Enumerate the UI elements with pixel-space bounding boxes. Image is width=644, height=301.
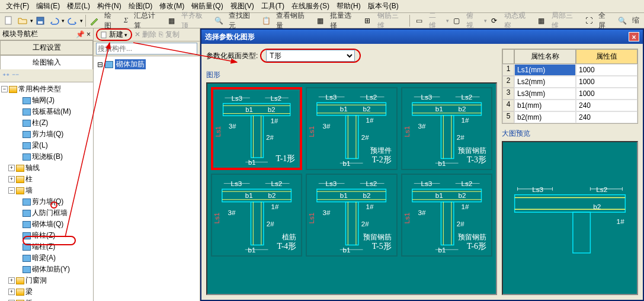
draw-icon[interactable] xyxy=(88,14,101,27)
flat-icon[interactable]: ▦ xyxy=(165,14,178,27)
property-table[interactable]: 属性名称 属性值 1Ls1(mm)10002Ls2(mm)10003Ls3(mm… xyxy=(502,49,638,124)
tree-root[interactable]: 常用构件类型 xyxy=(18,84,61,94)
tree-item[interactable]: 暗柱(Z) xyxy=(32,230,55,241)
bar3d-label[interactable]: 钢筋三维 xyxy=(375,11,408,31)
menu-rebar[interactable]: 钢筋量(Q) xyxy=(188,1,226,11)
shape-option-6[interactable]: Ls3Ls2 b1b2 1#2# 3# b1 Ls1 预留钢筋 T-6形 xyxy=(401,174,492,257)
menu-draw[interactable]: 绘图(D) xyxy=(125,1,156,11)
tree-item[interactable]: 梁(L) xyxy=(32,140,48,150)
prop-row[interactable]: 4b1(mm)240 xyxy=(502,100,637,111)
tree-item[interactable]: 砌体墙(Q) xyxy=(32,219,63,229)
tree-item[interactable]: 剪力墙(Q) xyxy=(32,197,63,207)
aerial-label[interactable]: 俯视 xyxy=(464,11,482,31)
svg-text:b1: b1 xyxy=(435,191,443,199)
tree-item[interactable]: 轴网(J) xyxy=(32,95,55,105)
draw-label[interactable]: 绘图 xyxy=(102,11,120,31)
preview-label: 大图预览 xyxy=(502,129,638,139)
prop-row[interactable]: 5b2(mm)240 xyxy=(502,111,637,123)
tree-folder[interactable]: 柱 xyxy=(25,174,33,184)
close-icon[interactable]: × xyxy=(629,32,639,41)
findent-label[interactable]: 查找图元 xyxy=(226,11,259,31)
tree-folder[interactable]: 板 xyxy=(25,298,33,301)
expand-icon[interactable]: ⁺⁺ xyxy=(2,72,9,80)
new-file-icon[interactable] xyxy=(2,14,15,27)
copy-button[interactable]: ⎘ 复制 xyxy=(159,30,179,40)
tree-folder[interactable]: 门窗洞 xyxy=(25,276,47,286)
prop-row[interactable]: 2Ls2(mm)1000 xyxy=(502,76,637,88)
flatview-label[interactable]: 平齐板顶 xyxy=(179,11,212,31)
prop-row[interactable]: 3Ls3(mm)1000 xyxy=(502,88,637,100)
tree-item[interactable]: 柱(Z) xyxy=(32,118,48,128)
svg-text:b2: b2 xyxy=(268,106,275,113)
batch-icon[interactable]: ▦ xyxy=(314,14,326,27)
menu-edit[interactable]: 编辑(E) xyxy=(33,1,63,11)
save-icon[interactable] xyxy=(34,14,47,27)
tab-draw-input[interactable]: 绘图输入 xyxy=(0,55,93,69)
prop-row[interactable]: 1Ls1(mm)1000 xyxy=(502,64,637,76)
menu-file[interactable]: 文件(F) xyxy=(2,1,33,11)
sumcalc-label[interactable]: 汇总计算 xyxy=(132,11,164,31)
menu-view[interactable]: 视图(V) xyxy=(227,1,258,11)
menu-floor[interactable]: 楼层(L) xyxy=(63,1,94,11)
shape-option-2[interactable]: Ls3Ls2 b1b2 1#2# 3# b1 Ls1 预埋件 T-2形 xyxy=(306,87,397,170)
shape-option-5[interactable]: Ls3Ls2 b1b2 1#2# 3# b1 Ls1 预留钢筋 T-5形 xyxy=(306,174,397,257)
new-button[interactable]: 新建 ▾ xyxy=(96,28,132,41)
svg-rect-37 xyxy=(222,189,291,201)
svg-text:1#: 1# xyxy=(366,116,374,124)
tree-item[interactable]: 暗梁(A) xyxy=(32,253,56,263)
local3d-icon[interactable]: ▦ xyxy=(535,14,547,27)
twod-label[interactable]: 二维 xyxy=(427,11,445,31)
svg-rect-59 xyxy=(412,189,482,201)
fullscreen-label[interactable]: 全屏 xyxy=(596,11,614,31)
shape-option-1[interactable]: Ls3Ls2 b1b2 1#2# 3# b1 Ls1 T-1形 xyxy=(211,87,302,170)
tree-folder[interactable]: 墙 xyxy=(25,185,33,196)
menu-component[interactable]: 构件(N) xyxy=(94,1,125,11)
tree-item[interactable]: 筏板基础(M) xyxy=(32,107,71,117)
viewbar-label[interactable]: 查看钢筋量 xyxy=(274,11,313,31)
tree-folder[interactable]: 轴线 xyxy=(25,163,40,173)
aerial-icon[interactable]: ▢ xyxy=(450,14,463,27)
tab-project-settings[interactable]: 工程设置 xyxy=(0,40,93,55)
mid-tree: ⊟ 砌体加筋 xyxy=(94,56,200,301)
close-panel-icon[interactable]: × xyxy=(86,30,91,39)
tree-item[interactable]: 剪力墙(Q) xyxy=(32,129,63,139)
delete-button[interactable]: ✕ 删除 xyxy=(134,30,156,40)
tree-item[interactable]: 现浇板(B) xyxy=(32,152,63,162)
batchsel-label[interactable]: 批量选择 xyxy=(328,11,360,31)
component-tree[interactable]: −常用构件类型 轴网(J) 筏板基础(M) 柱(Z) 剪力墙(Q) 梁(L) 现… xyxy=(0,82,93,301)
tree-item-masonry-reinf[interactable]: 砌体加筋(Y) xyxy=(32,264,70,274)
menu-online[interactable]: 在线服务(S) xyxy=(288,1,333,11)
svg-text:b2: b2 xyxy=(363,191,371,199)
shape-option-4[interactable]: Ls3Ls2 b1b2 1#2# 3# b1 Ls1 植筋 T-4形 xyxy=(211,174,302,257)
menu-help[interactable]: 帮助(H) xyxy=(333,1,364,11)
viewbar-icon[interactable]: 📋 xyxy=(259,14,272,27)
svg-text:Ls2: Ls2 xyxy=(271,95,281,102)
dialog-title: 选择参数化图形 xyxy=(205,32,255,42)
bar3d-icon[interactable]: ⊞ xyxy=(361,14,374,27)
svg-rect-2 xyxy=(38,21,43,24)
tree-item[interactable]: 人防门框墙 xyxy=(32,208,68,218)
zoom-icon[interactable]: 🔍 xyxy=(616,14,629,27)
param-type-select[interactable]: T形 xyxy=(266,50,355,62)
open-icon[interactable] xyxy=(16,14,28,27)
twod-icon[interactable]: ▭ xyxy=(412,14,425,27)
zoom-label[interactable]: 缩 xyxy=(630,15,642,25)
mid-tree-root[interactable]: ⊟ 砌体加筋 xyxy=(96,59,197,70)
svg-text:1#: 1# xyxy=(366,203,374,210)
dynview-icon[interactable]: ⟳ xyxy=(488,14,501,27)
pin-icon[interactable]: 📌 xyxy=(76,30,85,39)
tree-folder[interactable]: 梁 xyxy=(25,287,33,297)
fullscreen-icon[interactable]: ⛶ xyxy=(582,14,595,27)
dynview-label[interactable]: 动态观察 xyxy=(502,11,534,31)
shape-option-3[interactable]: Ls3Ls2 b1b2 1#2# 3# b1 Ls1 预留钢筋 T-3形 xyxy=(401,87,492,170)
redo-icon[interactable] xyxy=(66,14,78,27)
search-input[interactable] xyxy=(96,43,197,55)
menu-modify[interactable]: 修改(M) xyxy=(156,1,188,11)
menu-version[interactable]: 版本号(B) xyxy=(364,1,402,11)
undo-icon[interactable] xyxy=(48,14,60,27)
find-icon[interactable]: 🔍 xyxy=(213,14,225,27)
menu-tools[interactable]: 工具(T) xyxy=(258,1,288,11)
local3d-label[interactable]: 局部三维 xyxy=(549,11,582,31)
collapse-icon[interactable]: ⁻⁻ xyxy=(12,72,19,80)
tree-item[interactable]: 端柱(Z) xyxy=(32,242,55,252)
